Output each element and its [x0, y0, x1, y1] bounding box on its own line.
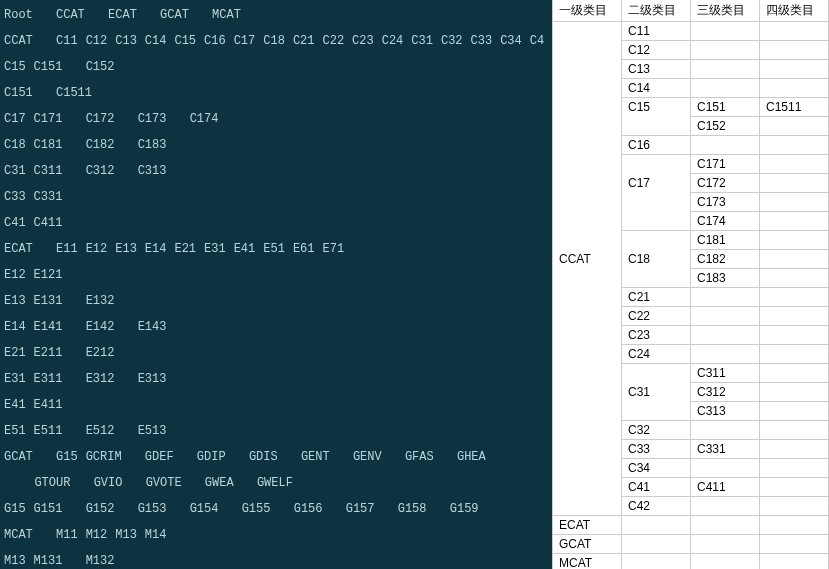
- hierarchy-token: [41, 28, 48, 54]
- hierarchy-token: C11: [56, 28, 78, 54]
- cell-l2: C23: [622, 326, 691, 345]
- table-row: C15C151C1511: [553, 98, 829, 117]
- hierarchy-row: C33C331: [4, 184, 548, 210]
- cell-l1: [553, 459, 622, 478]
- hierarchy-token: C18: [4, 132, 26, 158]
- hierarchy-row: E51E511 E512 E513: [4, 418, 548, 444]
- hierarchy-token: C17: [234, 28, 256, 54]
- cell-l3: [691, 41, 760, 60]
- hierarchy-token: [122, 496, 129, 522]
- hierarchy-token: GVOTE: [146, 470, 182, 496]
- hierarchy-row: C17C171 C172 C173 C174: [4, 106, 548, 132]
- hierarchy-token: G15: [4, 496, 26, 522]
- hierarchy-token: [122, 314, 129, 340]
- hierarchy-token: Root: [4, 2, 33, 28]
- hierarchy-token: [242, 470, 249, 496]
- hierarchy-token: [41, 80, 48, 106]
- header-level1: 一级类目: [553, 0, 622, 22]
- cell-l1: CCAT: [553, 250, 622, 269]
- hierarchy-token: [122, 418, 129, 444]
- hierarchy-text-pane: Root CCAT ECAT GCAT MCATCCAT C11C12C13C1…: [0, 0, 552, 569]
- hierarchy-token: [130, 470, 137, 496]
- hierarchy-token: E311: [34, 366, 63, 392]
- table-row: C32: [553, 421, 829, 440]
- table-row: C41C411: [553, 478, 829, 497]
- hierarchy-token: C13: [115, 28, 137, 54]
- hierarchy-token: C173: [138, 106, 167, 132]
- cell-l4: [760, 193, 829, 212]
- header-level4: 四级类目: [760, 0, 829, 22]
- cell-l1: [553, 193, 622, 212]
- cell-l1: [553, 383, 622, 402]
- hierarchy-token: C4: [530, 28, 544, 54]
- table-row: C17C172: [553, 174, 829, 193]
- hierarchy-row: C15C151 C152: [4, 54, 548, 80]
- cell-l3: [691, 421, 760, 440]
- hierarchy-token: E132: [86, 288, 115, 314]
- hierarchy-token: C22: [323, 28, 345, 54]
- hierarchy-token: M13: [4, 548, 26, 569]
- cell-l1: [553, 478, 622, 497]
- cell-l2: C32: [622, 421, 691, 440]
- hierarchy-token: C174: [190, 106, 219, 132]
- hierarchy-row: E41E411: [4, 392, 548, 418]
- hierarchy-token: C32: [441, 28, 463, 54]
- hierarchy-token: GFAS: [405, 444, 434, 470]
- hierarchy-token: [70, 158, 77, 184]
- hierarchy-token: [41, 236, 48, 262]
- cell-l1: ECAT: [553, 516, 622, 535]
- hierarchy-token: MCAT: [4, 522, 33, 548]
- hierarchy-token: GDEF: [145, 444, 174, 470]
- cell-l1: [553, 60, 622, 79]
- cell-l4: [760, 250, 829, 269]
- hierarchy-token: M11: [56, 522, 78, 548]
- hierarchy-token: E31: [4, 366, 26, 392]
- table-row: C16: [553, 136, 829, 155]
- cell-l1: [553, 174, 622, 193]
- hierarchy-token: E41: [4, 392, 26, 418]
- category-table-pane: 一级类目 二级类目 三级类目 四级类目 C11C12C13C14C15C151C…: [552, 0, 829, 569]
- cell-l2: C41: [622, 478, 691, 497]
- cell-l2: C24: [622, 345, 691, 364]
- table-row: C152: [553, 117, 829, 136]
- table-row: C23: [553, 326, 829, 345]
- table-header-row: 一级类目 二级类目 三级类目 四级类目: [553, 0, 829, 22]
- hierarchy-token: E141: [34, 314, 63, 340]
- table-row: C24: [553, 345, 829, 364]
- cell-l4: [760, 174, 829, 193]
- cell-l1: [553, 364, 622, 383]
- cell-l4: [760, 212, 829, 231]
- hierarchy-token: E512: [86, 418, 115, 444]
- cell-l3: C313: [691, 402, 760, 421]
- hierarchy-token: [70, 314, 77, 340]
- hierarchy-row: C151 C1511: [4, 80, 548, 106]
- hierarchy-row: E12E121: [4, 262, 548, 288]
- hierarchy-token: GENT: [301, 444, 330, 470]
- cell-l3: [691, 22, 760, 41]
- hierarchy-token: [122, 132, 129, 158]
- hierarchy-token: G153: [138, 496, 167, 522]
- hierarchy-token: C24: [382, 28, 404, 54]
- hierarchy-token: [442, 444, 449, 470]
- hierarchy-token: E211: [34, 340, 63, 366]
- hierarchy-token: [70, 340, 77, 366]
- table-row: C171: [553, 155, 829, 174]
- cell-l1: [553, 269, 622, 288]
- table-row: C181: [553, 231, 829, 250]
- hierarchy-token: G15: [56, 444, 78, 470]
- hierarchy-token: [70, 288, 77, 314]
- hierarchy-token: E61: [293, 236, 315, 262]
- hierarchy-token: C172: [86, 106, 115, 132]
- table-row: C13: [553, 60, 829, 79]
- hierarchy-token: M132: [86, 548, 115, 569]
- hierarchy-token: C182: [86, 132, 115, 158]
- cell-l3: [691, 345, 760, 364]
- cell-l4: [760, 383, 829, 402]
- hierarchy-token: [197, 2, 204, 28]
- cell-l3: [691, 326, 760, 345]
- hierarchy-token: ECAT: [108, 2, 137, 28]
- hierarchy-token: E121: [34, 262, 63, 288]
- cell-l2: C12: [622, 41, 691, 60]
- hierarchy-token: [70, 132, 77, 158]
- hierarchy-token: G159: [450, 496, 479, 522]
